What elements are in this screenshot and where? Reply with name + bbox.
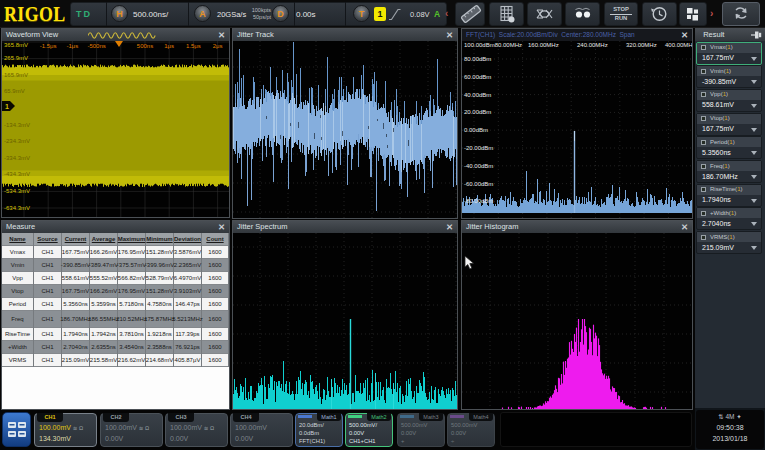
svg-text:1: 1 <box>5 103 9 110</box>
